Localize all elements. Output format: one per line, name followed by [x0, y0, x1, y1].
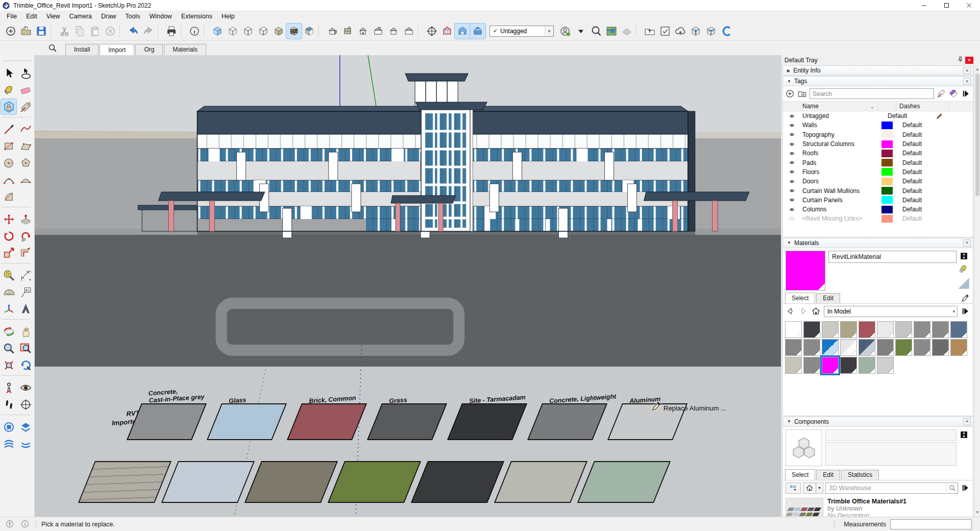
material-tile-face[interactable] — [527, 403, 607, 440]
tag-color-swatch[interactable] — [881, 150, 893, 157]
collapse-arrow-icon[interactable]: ▼ — [787, 240, 791, 245]
expand-arrow-icon[interactable]: ▶ — [787, 68, 790, 73]
chevron-down-icon[interactable]: ▾ — [816, 482, 823, 494]
sample-paint-icon[interactable] — [957, 277, 970, 290]
tag-dashes-value[interactable]: Default — [896, 178, 946, 185]
tag-dashes-value[interactable]: Default — [896, 187, 946, 195]
material-swatch[interactable] — [914, 339, 930, 356]
push-pull-tool[interactable] — [18, 211, 33, 227]
visibility-eye-icon[interactable] — [783, 197, 800, 203]
share-model-button[interactable] — [673, 23, 688, 39]
material-swatch[interactable] — [822, 339, 839, 356]
get-models-button[interactable] — [688, 23, 703, 39]
add-tag-folder-icon[interactable] — [797, 89, 807, 99]
tag-dashes-value[interactable]: Default — [896, 206, 946, 213]
component-author[interactable]: Unknown — [836, 505, 863, 512]
back-arrow-icon[interactable] — [786, 306, 796, 317]
component-name-field[interactable] — [825, 429, 957, 441]
material-sample-tile[interactable]: Concrete, Cast-in-Place grey — [141, 403, 207, 440]
sign-in-caret[interactable] — [573, 23, 589, 39]
material-tile-face[interactable] — [78, 461, 172, 503]
hidden-line-style-button[interactable] — [256, 23, 271, 39]
tag-color-swatch[interactable] — [881, 178, 893, 185]
Floors[interactable]: Floors Default — [783, 167, 973, 177]
material-sample-tile[interactable]: Glass — [222, 403, 287, 440]
Curtain Panels[interactable]: Curtain Panels Default — [783, 196, 973, 205]
Topography[interactable]: Topography Default — [783, 130, 973, 139]
material-swatch[interactable] — [803, 357, 820, 374]
section-plane-tool[interactable] — [18, 397, 33, 412]
tags-header[interactable]: ▼ Tags ✕ — [782, 76, 973, 86]
offset-tool[interactable] — [18, 245, 33, 260]
display-secondary-pane-icon[interactable] — [960, 430, 968, 439]
view-options-button[interactable] — [786, 482, 801, 494]
make-component-tool[interactable] — [1, 99, 16, 114]
3d-text-tool[interactable] — [18, 301, 33, 317]
component-result-title[interactable]: Trimble Office Materials#1 — [827, 498, 906, 505]
visibility-eye-icon[interactable] — [783, 168, 800, 175]
xray-style-button[interactable] — [210, 23, 225, 39]
tag-color-swatch[interactable] — [881, 215, 893, 223]
tag-name[interactable]: Structural Columns — [800, 140, 878, 148]
cut-button[interactable] — [57, 23, 72, 39]
copy-button[interactable] — [72, 23, 87, 39]
minimize-button[interactable] — [913, 0, 935, 11]
zoom-extents-tool[interactable] — [1, 357, 16, 373]
color-by-tag-icon[interactable] — [948, 89, 959, 99]
paste-button[interactable] — [87, 23, 103, 39]
scroll-up-icon[interactable]: ▲ — [974, 65, 980, 73]
tag-name[interactable]: Roofs — [800, 150, 878, 157]
back-edges-style-button[interactable] — [240, 23, 256, 39]
rotate-tool[interactable] — [1, 228, 16, 244]
material-sample-tile[interactable] — [428, 461, 504, 503]
scroll-down-icon[interactable]: ▼ — [974, 509, 980, 516]
tag-name[interactable]: <Revit Missing Links> — [800, 215, 878, 222]
line-tool[interactable] — [1, 122, 16, 137]
tape-measure-tool[interactable] — [1, 268, 16, 283]
model-viewport[interactable]: RVT Imported SKP Replace w/ Concrete, Ca… — [35, 55, 781, 517]
home-icon[interactable] — [811, 306, 821, 317]
menu-item[interactable]: Draw — [96, 12, 120, 21]
edit-tag-icon[interactable] — [936, 89, 946, 99]
collapse-arrow-icon[interactable]: ▼ — [787, 79, 791, 84]
material-swatch[interactable] — [822, 357, 839, 374]
menu-item[interactable]: Tools — [120, 12, 144, 21]
pan-tool[interactable] — [18, 324, 33, 339]
tag-color-swatch[interactable] — [881, 131, 893, 138]
Walls[interactable]: Walls Default — [783, 120, 973, 130]
visibility-eye-icon[interactable] — [783, 113, 800, 119]
material-tile-face[interactable] — [411, 461, 504, 503]
tag-color-swatch[interactable] — [881, 159, 893, 166]
material-swatch[interactable] — [840, 339, 857, 356]
material-swatch[interactable] — [877, 357, 894, 374]
menu-item[interactable]: Edit — [21, 12, 42, 21]
visibility-eye-icon[interactable] — [783, 150, 800, 157]
tags-close-button[interactable]: ✕ — [963, 78, 971, 85]
scale-tool[interactable] — [1, 245, 16, 260]
tag-name[interactable]: Curtain Panels — [800, 197, 878, 204]
rotated-rectangle-tool[interactable] — [18, 138, 33, 154]
tag-color-swatch[interactable] — [881, 168, 893, 176]
wireframe-style-button[interactable] — [225, 23, 240, 39]
redo-button[interactable] — [141, 23, 156, 39]
text-tool[interactable]: A1 — [18, 284, 33, 300]
lasso-tool[interactable] — [18, 65, 33, 81]
materials-close-button[interactable]: ✕ — [963, 239, 971, 247]
create-material-icon[interactable] — [959, 263, 969, 274]
menu-item[interactable]: Extensions — [177, 12, 217, 21]
material-tile-face[interactable] — [494, 461, 587, 503]
component-result-row[interactable]: Trimble Office Materials#1 by Unknown No… — [783, 496, 973, 517]
components-tab[interactable]: Edit — [816, 470, 840, 480]
Doors[interactable]: Doors Default — [783, 177, 973, 186]
section-plane-button[interactable] — [424, 23, 439, 39]
visibility-eye-icon[interactable] — [783, 215, 800, 222]
Roofs[interactable]: Roofs Default — [783, 149, 973, 158]
position-camera-tool[interactable] — [1, 380, 16, 395]
open-button[interactable] — [18, 23, 34, 39]
print-button[interactable] — [164, 23, 179, 39]
add-tag-icon[interactable] — [785, 89, 795, 99]
materials-tab[interactable]: Select — [785, 293, 815, 303]
publish-model-button[interactable] — [642, 23, 657, 39]
<Revit Missing Links>[interactable]: <Revit Missing Links> Default — [783, 214, 973, 223]
tag-color-swatch[interactable] — [881, 206, 893, 213]
